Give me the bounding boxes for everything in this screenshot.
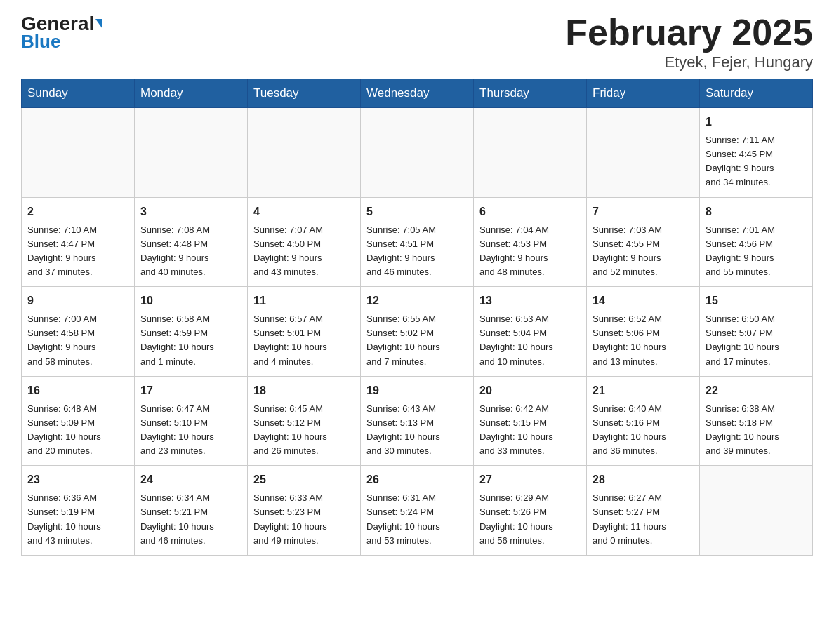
calendar-cell: 7Sunrise: 7:03 AMSunset: 4:55 PMDaylight… [587,197,700,287]
weekday-header-wednesday: Wednesday [361,79,474,108]
day-number: 22 [706,382,807,399]
calendar-cell: 26Sunrise: 6:31 AMSunset: 5:24 PMDayligh… [361,466,474,556]
week-row-3: 16Sunrise: 6:48 AMSunset: 5:09 PMDayligh… [22,376,813,466]
day-number: 8 [706,203,807,220]
calendar-cell: 5Sunrise: 7:05 AMSunset: 4:51 PMDaylight… [361,197,474,287]
day-number: 10 [140,293,241,309]
calendar-cell: 2Sunrise: 7:10 AMSunset: 4:47 PMDaylight… [22,197,135,287]
day-info: Sunrise: 6:38 AMSunset: 5:18 PMDaylight:… [706,402,807,459]
calendar-cell: 27Sunrise: 6:29 AMSunset: 5:26 PMDayligh… [474,466,587,556]
day-number: 11 [253,293,355,309]
day-number: 12 [366,293,468,309]
calendar-cell: 1Sunrise: 7:11 AMSunset: 4:45 PMDaylight… [700,108,813,198]
week-row-1: 2Sunrise: 7:10 AMSunset: 4:47 PMDaylight… [22,197,813,287]
day-number: 4 [253,203,355,220]
day-number: 14 [593,293,694,309]
calendar-cell: 25Sunrise: 6:33 AMSunset: 5:23 PMDayligh… [248,466,361,556]
logo-area: General Blue [21,14,102,53]
calendar-cell: 6Sunrise: 7:04 AMSunset: 4:53 PMDaylight… [474,197,587,287]
day-number: 26 [366,471,468,488]
day-number: 13 [479,293,581,309]
day-info: Sunrise: 6:43 AMSunset: 5:13 PMDaylight:… [366,402,468,459]
weekday-header-tuesday: Tuesday [248,79,361,108]
calendar-table: SundayMondayTuesdayWednesdayThursdayFrid… [21,79,813,556]
weekday-header-row: SundayMondayTuesdayWednesdayThursdayFrid… [22,79,813,108]
day-info: Sunrise: 6:29 AMSunset: 5:26 PMDaylight:… [479,491,581,548]
day-number: 27 [479,471,581,488]
calendar-cell: 15Sunrise: 6:50 AMSunset: 5:07 PMDayligh… [700,287,813,377]
day-info: Sunrise: 7:01 AMSunset: 4:56 PMDaylight:… [706,223,807,280]
day-number: 5 [366,203,468,220]
calendar-cell [474,108,587,198]
day-number: 15 [706,293,807,309]
calendar-cell: 21Sunrise: 6:40 AMSunset: 5:16 PMDayligh… [587,376,700,466]
calendar-cell: 8Sunrise: 7:01 AMSunset: 4:56 PMDaylight… [700,197,813,287]
calendar-cell [22,108,135,198]
calendar-cell: 24Sunrise: 6:34 AMSunset: 5:21 PMDayligh… [135,466,248,556]
calendar-cell: 22Sunrise: 6:38 AMSunset: 5:18 PMDayligh… [700,376,813,466]
day-number: 23 [27,471,128,488]
calendar-cell: 28Sunrise: 6:27 AMSunset: 5:27 PMDayligh… [587,466,700,556]
calendar-cell: 4Sunrise: 7:07 AMSunset: 4:50 PMDaylight… [248,197,361,287]
day-info: Sunrise: 6:40 AMSunset: 5:16 PMDaylight:… [593,402,694,459]
calendar-cell: 9Sunrise: 7:00 AMSunset: 4:58 PMDaylight… [22,287,135,377]
logo-blue-text: Blue [21,31,60,53]
week-row-4: 23Sunrise: 6:36 AMSunset: 5:19 PMDayligh… [22,466,813,556]
weekday-header-monday: Monday [135,79,248,108]
week-row-2: 9Sunrise: 7:00 AMSunset: 4:58 PMDaylight… [22,287,813,377]
weekday-header-thursday: Thursday [474,79,587,108]
day-info: Sunrise: 6:36 AMSunset: 5:19 PMDaylight:… [27,491,128,548]
day-info: Sunrise: 6:33 AMSunset: 5:23 PMDaylight:… [253,491,355,548]
day-info: Sunrise: 6:42 AMSunset: 5:15 PMDaylight:… [479,402,581,459]
calendar-cell: 18Sunrise: 6:45 AMSunset: 5:12 PMDayligh… [248,376,361,466]
calendar-cell: 3Sunrise: 7:08 AMSunset: 4:48 PMDaylight… [135,197,248,287]
day-info: Sunrise: 7:10 AMSunset: 4:47 PMDaylight:… [27,223,128,280]
calendar-cell [361,108,474,198]
weekday-header-sunday: Sunday [22,79,135,108]
calendar-cell: 12Sunrise: 6:55 AMSunset: 5:02 PMDayligh… [361,287,474,377]
day-number: 17 [140,382,241,399]
calendar-cell: 10Sunrise: 6:58 AMSunset: 4:59 PMDayligh… [135,287,248,377]
month-title: February 2025 [565,14,813,51]
calendar-cell: 20Sunrise: 6:42 AMSunset: 5:15 PMDayligh… [474,376,587,466]
day-info: Sunrise: 6:45 AMSunset: 5:12 PMDaylight:… [253,402,355,459]
day-number: 21 [593,382,694,399]
day-info: Sunrise: 6:48 AMSunset: 5:09 PMDaylight:… [27,402,128,459]
calendar-cell: 11Sunrise: 6:57 AMSunset: 5:01 PMDayligh… [248,287,361,377]
weekday-header-saturday: Saturday [700,79,813,108]
weekday-header-friday: Friday [587,79,700,108]
day-info: Sunrise: 6:34 AMSunset: 5:21 PMDaylight:… [140,491,241,548]
day-info: Sunrise: 6:27 AMSunset: 5:27 PMDaylight:… [593,491,694,548]
calendar-cell: 16Sunrise: 6:48 AMSunset: 5:09 PMDayligh… [22,376,135,466]
day-info: Sunrise: 7:00 AMSunset: 4:58 PMDaylight:… [27,312,128,369]
calendar-cell: 23Sunrise: 6:36 AMSunset: 5:19 PMDayligh… [22,466,135,556]
calendar-cell [248,108,361,198]
location-title: Etyek, Fejer, Hungary [565,53,813,72]
day-info: Sunrise: 6:57 AMSunset: 5:01 PMDaylight:… [253,312,355,369]
day-number: 25 [253,471,355,488]
calendar-cell: 19Sunrise: 6:43 AMSunset: 5:13 PMDayligh… [361,376,474,466]
calendar-cell [587,108,700,198]
day-info: Sunrise: 6:58 AMSunset: 4:59 PMDaylight:… [140,312,241,369]
day-number: 20 [479,382,581,399]
day-number: 18 [253,382,355,399]
day-info: Sunrise: 7:04 AMSunset: 4:53 PMDaylight:… [479,223,581,280]
calendar-cell: 17Sunrise: 6:47 AMSunset: 5:10 PMDayligh… [135,376,248,466]
day-info: Sunrise: 6:50 AMSunset: 5:07 PMDaylight:… [706,312,807,369]
day-number: 1 [706,114,807,130]
day-info: Sunrise: 6:52 AMSunset: 5:06 PMDaylight:… [593,312,694,369]
day-info: Sunrise: 6:55 AMSunset: 5:02 PMDaylight:… [366,312,468,369]
day-info: Sunrise: 7:08 AMSunset: 4:48 PMDaylight:… [140,223,241,280]
calendar-cell [135,108,248,198]
day-number: 28 [593,471,694,488]
day-number: 6 [479,203,581,220]
day-number: 2 [27,203,128,220]
calendar-cell [700,466,813,556]
day-number: 7 [593,203,694,220]
day-number: 9 [27,293,128,309]
page-header: General Blue February 2025 Etyek, Fejer,… [21,14,813,72]
day-number: 3 [140,203,241,220]
calendar-cell: 14Sunrise: 6:52 AMSunset: 5:06 PMDayligh… [587,287,700,377]
day-number: 24 [140,471,241,488]
day-info: Sunrise: 6:53 AMSunset: 5:04 PMDaylight:… [479,312,581,369]
